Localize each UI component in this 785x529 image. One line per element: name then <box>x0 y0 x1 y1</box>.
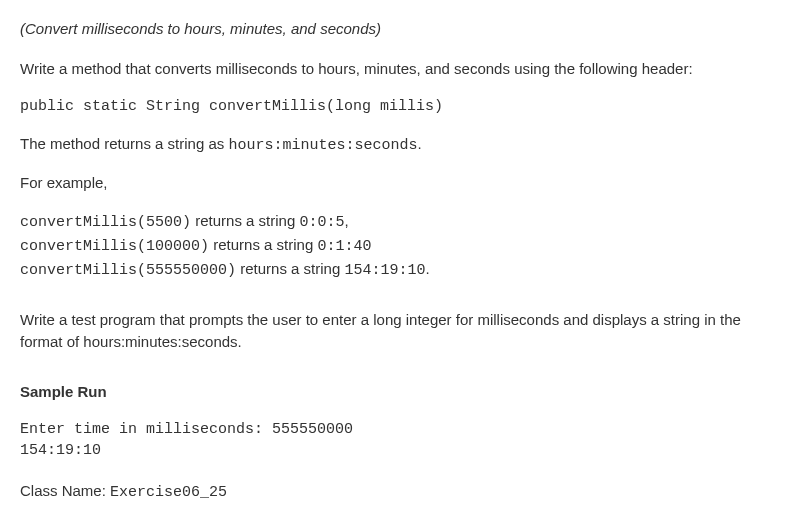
example-line: convertMillis(5500) returns a string 0:0… <box>20 210 765 234</box>
example-call: convertMillis(100000) <box>20 238 209 255</box>
example-tail: , <box>344 212 348 229</box>
exercise-title: (Convert milliseconds to hours, minutes,… <box>20 18 765 40</box>
returns-format-code: hours:minutes:seconds <box>228 137 417 154</box>
example-call: convertMillis(5500) <box>20 214 191 231</box>
for-example-label: For example, <box>20 172 765 194</box>
returns-description: The method returns a string as hours:min… <box>20 133 765 157</box>
example-result: 0:1:40 <box>317 238 371 255</box>
returns-pre: The method returns a string as <box>20 135 228 152</box>
sample-run-output: Enter time in milliseconds: 555550000 15… <box>20 419 765 463</box>
method-signature: public static String convertMillis(long … <box>20 96 765 117</box>
example-line: convertMillis(555550000) returns a strin… <box>20 258 765 282</box>
class-name-label: Class Name: <box>20 482 110 499</box>
example-tail: . <box>425 260 429 277</box>
class-name-value: Exercise06_25 <box>110 484 227 501</box>
example-line: convertMillis(100000) returns a string 0… <box>20 234 765 258</box>
class-name-line: Class Name: Exercise06_25 <box>20 480 765 504</box>
sample-run-heading: Sample Run <box>20 381 765 403</box>
example-mid: returns a string <box>191 212 299 229</box>
returns-post: . <box>417 135 421 152</box>
intro-text: Write a method that converts millisecond… <box>20 58 765 80</box>
example-mid: returns a string <box>236 260 344 277</box>
example-mid: returns a string <box>209 236 317 253</box>
test-program-description: Write a test program that prompts the us… <box>20 309 765 353</box>
example-result: 0:0:5 <box>299 214 344 231</box>
example-call: convertMillis(555550000) <box>20 262 236 279</box>
example-result: 154:19:10 <box>344 262 425 279</box>
examples-block: convertMillis(5500) returns a string 0:0… <box>20 210 765 281</box>
